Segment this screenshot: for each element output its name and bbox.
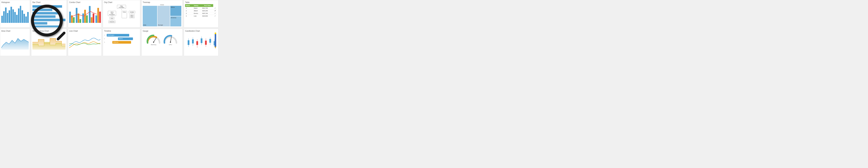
bar-chart-panel: Bar Chart	[31, 0, 67, 28]
col3: Combo Chart	[68, 0, 102, 56]
combo-bar	[89, 6, 91, 23]
hist-bar	[3, 11, 5, 23]
table-row: 1 Marie $24,700 ✓	[185, 7, 217, 9]
hist-bar	[5, 7, 6, 23]
combo-bar	[71, 15, 73, 23]
table-row: 2 Albert $25,200 ✗	[185, 9, 217, 12]
timeline-num-3: 3	[104, 41, 106, 43]
bar-chart-title: Bar Chart	[32, 1, 65, 3]
cell-fulltime: ✗	[213, 9, 217, 12]
table-row: 4 Lise $26,600 ✓	[185, 15, 217, 18]
org-node-mitch: Mitch Intern	[129, 14, 135, 18]
table-body: 1 Marie $24,700 ✓ 2 Albert $25,200 ✗ 3 E…	[185, 7, 217, 17]
combo-bar	[80, 19, 81, 23]
org-branch-kent: Kent Cleaners	[108, 17, 116, 23]
treemap-label-asia: Asia	[143, 24, 146, 26]
svg-rect-11	[200, 38, 202, 43]
hist-bar	[20, 6, 21, 23]
org-node-subl: President	[119, 7, 124, 8]
combo-bar	[84, 10, 86, 23]
area-chart-panel: Area Chart	[0, 29, 30, 56]
histogram-bars	[1, 4, 29, 23]
cell-name: Enrico	[193, 12, 202, 15]
svg-rect-13	[205, 41, 207, 45]
org-node-jerry: Jerry Vice President	[108, 11, 116, 16]
org-jordan-branch: Jordan Mitch Intern	[129, 11, 135, 18]
combo-bar	[95, 15, 97, 23]
cell-num: 1	[185, 7, 193, 9]
combo-group	[76, 8, 81, 23]
timeline-num-2: 2	[104, 38, 106, 39]
combo-group	[95, 8, 101, 23]
svg-rect-7	[192, 39, 194, 43]
cell-salary: $24,700	[202, 7, 213, 9]
candlestick-svg	[185, 33, 217, 52]
treemap-cell-europe: Europe	[157, 6, 170, 26]
combo-chart-bars	[69, 4, 100, 23]
gauge-memory: Memory	[146, 34, 161, 45]
area-chart-svg	[1, 33, 29, 49]
org-node-subl: Intern	[130, 16, 134, 18]
org-node-label: May	[119, 5, 124, 7]
combo-group	[89, 6, 94, 23]
timeline-bar-jefferson: Jefferson	[112, 41, 131, 44]
org-node-kent: Kent	[110, 17, 114, 20]
org-node-label: Mitch	[130, 15, 134, 16]
hist-bar	[12, 9, 14, 23]
treemap-cell-america: America	[170, 16, 181, 26]
svg-rect-19	[215, 33, 216, 34]
timeline-title: Timeline	[104, 30, 139, 32]
timeline-rows: 1 Washington 2 Adams 3 Jefferson	[104, 33, 139, 44]
treemap-panel: Treemap Global Asia Europe Africa Americ…	[142, 0, 183, 28]
cell-fulltime: ✓	[213, 12, 217, 15]
combo-chart-title: Combo Chart	[69, 1, 100, 3]
treemap-grid: Asia Europe Africa America	[143, 6, 181, 26]
gauge-title: Gauge	[143, 30, 181, 32]
org-chart: May President Jerry Vice President	[104, 4, 139, 23]
treemap-global-label: Global	[143, 4, 181, 5]
pencil-decoration	[214, 31, 217, 50]
histogram-title: Histogram	[1, 1, 29, 3]
bar-row	[32, 12, 59, 14]
col-header-salary: Salary	[193, 4, 202, 7]
cell-salary: $25,700	[202, 12, 213, 15]
col1: Histogram Area Chart	[0, 0, 30, 56]
combo-bar	[97, 8, 99, 23]
col-header-fulltime: Full Time	[202, 4, 213, 7]
hist-bar	[7, 13, 8, 23]
svg-point-3	[170, 41, 171, 43]
bar-row	[32, 15, 56, 18]
org-node-chris: Chris	[122, 11, 127, 18]
timeline-label-jefferson: Jefferson	[113, 41, 119, 43]
table-title: Table	[185, 1, 217, 3]
candlestick-title: Candlestick Chart	[185, 30, 217, 32]
table-panel: Table Name Salary Full Time 1 Marie $24,…	[184, 0, 218, 28]
cell-fulltime: ✓	[213, 7, 217, 9]
combo-bar	[99, 11, 101, 23]
combo-bar	[86, 15, 88, 23]
hist-bar	[10, 7, 12, 23]
svg-rect-5	[188, 40, 189, 45]
area-chart-title: Area Chart	[1, 30, 29, 32]
combo-chart-panel: Combo Chart	[68, 0, 102, 28]
gauge-memory-svg	[146, 34, 161, 44]
combo-bar	[78, 13, 79, 23]
org-chart-panel: Org Chart May President Jerry Vice Presi…	[103, 0, 140, 28]
col-header-name: Name	[185, 4, 193, 7]
hist-bar	[27, 12, 29, 23]
org-level2: Jerry Vice President Kent Cleaners	[108, 11, 135, 23]
combo-group	[82, 10, 88, 23]
bar-row	[32, 26, 61, 28]
col4: Org Chart May President Jerry Vice Presi…	[103, 0, 140, 56]
timeline-label-adams: Adams	[119, 38, 123, 39]
org-branch-right: Chris Jordan Mitch Intern	[122, 11, 135, 18]
svg-point-1	[153, 41, 154, 43]
timeline-row-2: 2 Adams	[104, 37, 139, 40]
org-node-cleaners: Cleaners	[108, 21, 116, 23]
svg-rect-9	[196, 41, 198, 45]
bar-chart-bars	[32, 4, 65, 28]
org-node-label: Jerry	[109, 11, 115, 13]
stepped-area-panel: Stepped Area Chart	[31, 29, 67, 56]
hist-bar	[9, 10, 10, 23]
hist-bar	[18, 8, 20, 23]
